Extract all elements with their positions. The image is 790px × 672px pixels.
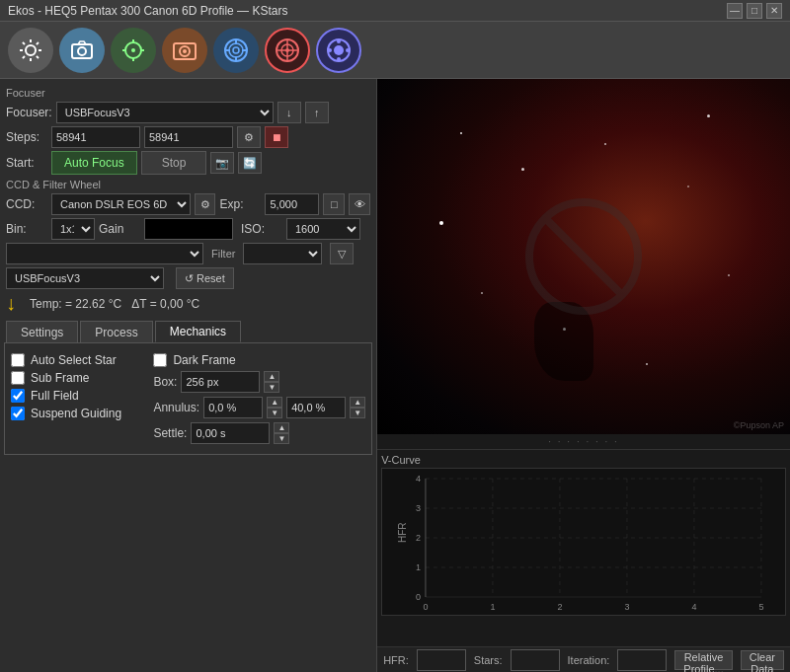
ccd-section-label: CCD & Filter Wheel xyxy=(6,179,370,190)
hfr-value-input[interactable] xyxy=(417,649,466,671)
svg-text:3: 3 xyxy=(416,503,421,513)
auto-focus-button[interactable]: Auto Focus xyxy=(51,151,137,175)
titlebar-title: Ekos - HEQ5 Pentax 300 Canon 6D Profile … xyxy=(8,4,287,18)
tab-process[interactable]: Process xyxy=(80,321,152,342)
svg-text:HFR: HFR xyxy=(397,522,408,543)
exp-loop-button[interactable]: 👁 xyxy=(349,193,370,215)
box-down-button[interactable]: ▼ xyxy=(264,382,279,393)
right-panel: ©Pupson AP · · · · · · · · V-Curve HFR xyxy=(377,79,790,672)
steps-input-2[interactable]: 58941 xyxy=(144,126,233,148)
steps-input-1[interactable]: 58941 xyxy=(51,126,140,148)
toolbar-camera-button[interactable] xyxy=(162,28,207,73)
sub-frame-checkbox[interactable] xyxy=(11,371,25,385)
focuser2-select[interactable]: USBFocusV3 xyxy=(6,267,164,289)
vcurve-area: V-Curve HFR xyxy=(377,449,790,646)
bin-label: Bin: xyxy=(6,222,47,236)
suspend-guiding-label: Suspend Guiding xyxy=(31,407,121,420)
svg-point-27 xyxy=(337,57,341,61)
tab-settings[interactable]: Settings xyxy=(6,321,78,342)
dark-frame-checkbox[interactable] xyxy=(153,353,167,367)
iso-select[interactable]: 1600 xyxy=(286,218,360,240)
svg-point-26 xyxy=(337,39,341,43)
toolbar-guide-button[interactable] xyxy=(213,28,259,73)
toolbar xyxy=(0,22,790,79)
reset-button[interactable]: ↺ Reset xyxy=(176,267,234,289)
toolbar-align-button[interactable] xyxy=(265,28,310,73)
settle-up-button[interactable]: ▲ xyxy=(274,422,289,433)
stars-label: Stars: xyxy=(474,654,503,666)
tab-content-settings: Auto Select Star Sub Frame Full Field Su… xyxy=(4,342,372,455)
toolbar-setup-button[interactable] xyxy=(8,28,53,73)
steps-stop-button[interactable]: ⏹ xyxy=(265,126,288,148)
left-col: Auto Select Star Sub Frame Full Field Su… xyxy=(11,349,145,448)
exp-input[interactable] xyxy=(265,193,319,215)
annulus-input-2[interactable] xyxy=(286,397,346,418)
annulus-up-2-button[interactable]: ▲ xyxy=(350,397,365,408)
settle-input[interactable] xyxy=(191,422,270,444)
ccd-settings-button[interactable]: ⚙ xyxy=(195,193,216,215)
svg-point-13 xyxy=(229,43,243,57)
iteration-label: Iteration: xyxy=(568,654,610,666)
focuser-download-button[interactable]: ↓ xyxy=(277,102,301,123)
suspend-guiding-checkbox[interactable] xyxy=(11,407,25,420)
full-field-checkbox[interactable] xyxy=(11,389,25,403)
focuser-label: Focuser: xyxy=(6,106,52,119)
maximize-button[interactable]: □ xyxy=(747,3,762,19)
ccd-select[interactable]: Canon DSLR EOS 6D xyxy=(51,193,191,215)
auto-select-star-label: Auto Select Star xyxy=(31,353,117,367)
clear-data-button[interactable]: Clear Data xyxy=(741,650,784,670)
full-field-label: Full Field xyxy=(31,389,79,403)
box-up-button[interactable]: ▲ xyxy=(264,371,279,382)
svg-text:1: 1 xyxy=(416,562,421,572)
capture-icon-button[interactable]: 📷 xyxy=(210,152,234,174)
auto-select-star-checkbox[interactable] xyxy=(11,353,25,367)
svg-text:1: 1 xyxy=(491,602,496,612)
stars-value-input[interactable] xyxy=(511,649,560,671)
ccd-filter-select[interactable] xyxy=(6,243,203,264)
minimize-button[interactable]: — xyxy=(727,3,743,19)
exp-settings-button[interactable]: □ xyxy=(323,193,345,215)
focuser2-row: USBFocusV3 ↺ Reset xyxy=(6,267,370,289)
toolbar-scheduler-button[interactable] xyxy=(316,28,361,73)
full-field-row: Full Field xyxy=(11,389,145,403)
annulus-down-2-button[interactable]: ▼ xyxy=(350,408,365,418)
vcurve-title: V-Curve xyxy=(381,454,786,466)
filter-settings-button[interactable]: ▽ xyxy=(330,243,354,264)
steps-sync-button[interactable]: ⚙ xyxy=(237,126,261,148)
dark-frame-row: Dark Frame xyxy=(153,353,365,367)
svg-point-29 xyxy=(346,48,350,52)
svg-text:2: 2 xyxy=(558,602,563,612)
tab-mechanics[interactable]: Mechanics xyxy=(155,321,241,342)
titlebar: Ekos - HEQ5 Pentax 300 Canon 6D Profile … xyxy=(0,0,790,22)
settle-down-button[interactable]: ▼ xyxy=(274,433,289,444)
toolbar-focus-button[interactable] xyxy=(111,28,156,73)
bin-select[interactable]: 1x1 xyxy=(51,218,95,240)
svg-text:0: 0 xyxy=(416,592,421,602)
stop-button[interactable]: Stop xyxy=(141,151,207,175)
svg-point-23 xyxy=(285,48,289,52)
close-button[interactable]: ✕ xyxy=(766,3,782,19)
annulus-up-1-button[interactable]: ▲ xyxy=(267,397,282,408)
auto-select-star-row: Auto Select Star xyxy=(11,353,145,367)
loop-button[interactable]: 🔄 xyxy=(238,152,262,174)
image-area: ©Pupson AP xyxy=(377,79,790,434)
relative-profile-button[interactable]: Relative Profile... xyxy=(674,650,732,670)
settle-spinners: ▲ ▼ xyxy=(274,422,289,444)
filter-select2[interactable] xyxy=(243,243,322,264)
focuser-upload-button[interactable]: ↑ xyxy=(305,102,329,123)
hfr-label: HFR: xyxy=(383,654,409,666)
align-icon xyxy=(274,37,301,64)
toolbar-capture-button[interactable] xyxy=(59,28,105,73)
box-label: Box: xyxy=(153,375,177,389)
iteration-value-input[interactable] xyxy=(617,649,667,671)
gain-label: Gain xyxy=(99,222,140,236)
annulus-down-1-button[interactable]: ▼ xyxy=(267,408,282,418)
focuser-select[interactable]: USBFocusV3 xyxy=(56,102,274,123)
gain-input[interactable] xyxy=(144,218,233,240)
svg-line-31 xyxy=(544,217,623,296)
annulus-input-1[interactable] xyxy=(203,397,263,418)
steps-row: Steps: 58941 58941 ⚙ ⏹ xyxy=(6,126,370,148)
svg-text:4: 4 xyxy=(416,474,421,484)
svg-point-11 xyxy=(183,49,187,53)
box-input[interactable] xyxy=(181,371,260,393)
